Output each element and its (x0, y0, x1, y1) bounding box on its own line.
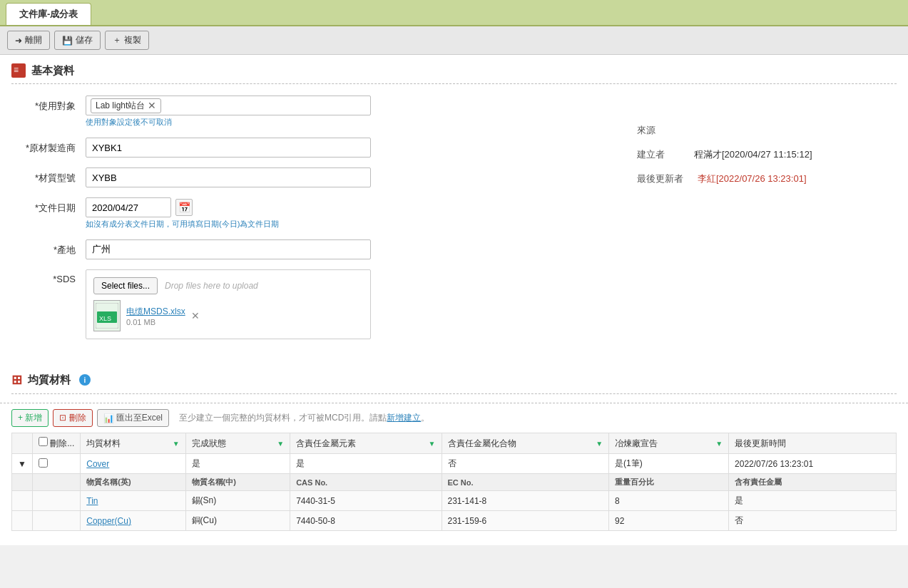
filter-icon-material[interactable]: ▼ (173, 440, 180, 448)
usage-row: *使用對象 Lab light站台 ✕ 使用對象設定後不可取消 (14, 96, 637, 128)
close-button[interactable]: ➜ 離開 (7, 31, 50, 50)
smelter-cell: 是(1筆) (609, 454, 729, 474)
svg-text:XLS: XLS (99, 315, 111, 322)
th-completion-label: 完成狀態 (192, 438, 226, 450)
sub-weight-2: 92 (609, 511, 729, 531)
usage-tag-text: Lab light站台 (96, 100, 145, 112)
table-row: ▼ Cover 是 是 否 是(1筆) 2022/07/26 13:23:01 (12, 454, 897, 474)
main-content: 基本資料 *使用對象 Lab light站台 ✕ (0, 55, 908, 545)
material-link[interactable]: Cover (86, 459, 109, 469)
th-metal: 含責任金屬元素 ▼ (290, 433, 442, 454)
date-input[interactable] (86, 197, 171, 217)
select-all-checkbox[interactable] (39, 437, 48, 446)
filter-icon-completion[interactable]: ▼ (277, 440, 284, 448)
table-toolbar: + 新增 ⊡ 刪除 📊 匯出至Excel 至少建立一個完整的均質材料，才可被MC… (0, 403, 908, 433)
row-checkbox[interactable] (39, 458, 48, 468)
form-two-col: *使用對象 Lab light站台 ✕ 使用對象設定後不可取消 (14, 96, 894, 349)
usage-label: *使用對象 (14, 96, 86, 113)
sub-spacer1 (12, 474, 33, 491)
filter-icon-smelter[interactable]: ▼ (715, 440, 723, 448)
filter-icon-metal[interactable]: ▼ (429, 440, 436, 448)
section1-title: 基本資料 (31, 64, 74, 78)
usage-tag-input[interactable]: Lab light站台 ✕ (86, 96, 371, 115)
completion-cell: 是 (185, 454, 290, 474)
section1-icon (11, 63, 26, 78)
th-smelter: 冶煉廠宣告 ▼ (609, 433, 729, 454)
file-name[interactable]: 电缆MSDS.xlsx (126, 306, 185, 318)
toolbar: ➜ 離開 💾 儲存 ＋ 複製 (0, 26, 908, 55)
drop-hint: Drop files here to upload (165, 281, 258, 291)
th-material: 均質材料 ▼ (81, 433, 185, 454)
copper-link[interactable]: Copper(Cu) (86, 516, 131, 526)
sub-spacer2 (32, 474, 80, 491)
origin-input[interactable] (86, 239, 371, 259)
date-control: 📅 如沒有成分表文件日期，可用填寫日期(今日)為文件日期 (86, 197, 371, 229)
sub-th-metal: 含有責任金屬 (729, 474, 897, 491)
sds-label: *SDS (14, 269, 86, 284)
sub-spacer3 (12, 491, 33, 511)
sub-metal-1: 是 (729, 491, 897, 511)
source-label: 來源 (637, 124, 680, 137)
updater-value: 李紅[2022/07/26 13:23:01] (698, 172, 807, 185)
export-button[interactable]: 📊 匯出至Excel (97, 409, 169, 427)
th-compound-label: 含責任金屬化合物 (448, 438, 516, 450)
th-updated-label: 最後更新時間 (735, 438, 786, 448)
updater-row: 最後更新者 李紅[2022/07/26 13:23:01] (637, 172, 894, 185)
calendar-icon[interactable]: 📅 (175, 199, 193, 216)
material-cell: Cover (81, 454, 185, 474)
file-size: 0.01 MB (126, 318, 185, 326)
origin-control (86, 239, 371, 259)
file-info: 电缆MSDS.xlsx 0.01 MB (126, 306, 185, 326)
sub-cn-1: 錫(Sn) (185, 491, 290, 511)
manufacturer-label: *原材製造商 (14, 138, 86, 155)
add-link[interactable]: 新增建立 (387, 413, 421, 423)
filter-icon-compound[interactable]: ▼ (596, 440, 603, 448)
section2-title: 均質材料 (28, 373, 71, 387)
info-icon[interactable]: i (79, 374, 91, 386)
material-input[interactable] (86, 167, 371, 187)
delete-button[interactable]: ⊡ 刪除 (53, 409, 92, 427)
copy-label: 複製 (124, 34, 141, 46)
expand-cell[interactable]: ▼ (12, 454, 33, 474)
add-button[interactable]: + 新增 (11, 409, 49, 427)
file-item: XLS 电缆MSDS.xlsx 0.01 MB ✕ (93, 300, 363, 331)
tab-documents[interactable]: 文件庫-成分表 (6, 3, 91, 25)
sds-control: Select files... Drop files here to uploa… (86, 269, 371, 339)
sub-spacer4 (32, 491, 80, 511)
th-compound: 含責任金屬化合物 ▼ (442, 433, 609, 454)
usage-tag-remove[interactable]: ✕ (148, 100, 156, 110)
tab-bar: 文件庫-成分表 (0, 0, 908, 26)
creator-value: 程滿才[2020/04/27 11:15:12] (694, 148, 812, 161)
save-icon: 💾 (62, 36, 73, 46)
data-table: 刪除... 均質材料 ▼ 完成狀態 ▼ (11, 433, 897, 531)
usage-tag: Lab light站台 ✕ (91, 98, 161, 113)
upload-row: Select files... Drop files here to uploa… (93, 277, 363, 294)
save-button[interactable]: 💾 儲存 (54, 31, 101, 50)
tin-link[interactable]: Tin (86, 496, 98, 506)
sub-th-en: 物質名稱(英) (81, 474, 185, 491)
th-check: 刪除... (32, 433, 80, 454)
sub-th-cn: 物質名稱(中) (185, 474, 290, 491)
date-row: *文件日期 📅 如沒有成分表文件日期，可用填寫日期(今日)為文件日期 (14, 197, 637, 229)
copy-icon: ＋ (113, 34, 121, 46)
creator-row: 建立者 程滿才[2020/04/27 11:15:12] (637, 148, 894, 161)
sub-ec-2: 231-159-6 (442, 511, 609, 531)
sub-data-row-2: Copper(Cu) 銅(Cu) 7440-50-8 231-159-6 92 … (12, 511, 897, 531)
th-smelter-label: 冶煉廠宣告 (615, 438, 658, 450)
form-area: *使用對象 Lab light站台 ✕ 使用對象設定後不可取消 (0, 93, 908, 363)
updated-cell: 2022/07/26 13:23:01 (729, 454, 897, 474)
file-remove-button[interactable]: ✕ (191, 310, 200, 321)
sds-row: *SDS Select files... Drop files here to … (14, 269, 637, 339)
copy-button[interactable]: ＋ 複製 (105, 31, 149, 50)
save-label: 儲存 (76, 34, 93, 46)
close-label: 離開 (25, 34, 42, 46)
table-wrapper: 刪除... 均質材料 ▼ 完成狀態 ▼ (0, 433, 908, 545)
material-label: *材質型號 (14, 167, 86, 185)
select-files-button[interactable]: Select files... (93, 277, 158, 294)
compound-cell: 否 (442, 454, 609, 474)
metal-cell: 是 (290, 454, 442, 474)
section1-header: 基本資料 (0, 55, 908, 83)
manufacturer-input[interactable] (86, 138, 371, 158)
sub-data-row-1: Tin 錫(Sn) 7440-31-5 231-141-8 8 是 (12, 491, 897, 511)
date-hint: 如沒有成分表文件日期，可用填寫日期(今日)為文件日期 (86, 219, 371, 229)
